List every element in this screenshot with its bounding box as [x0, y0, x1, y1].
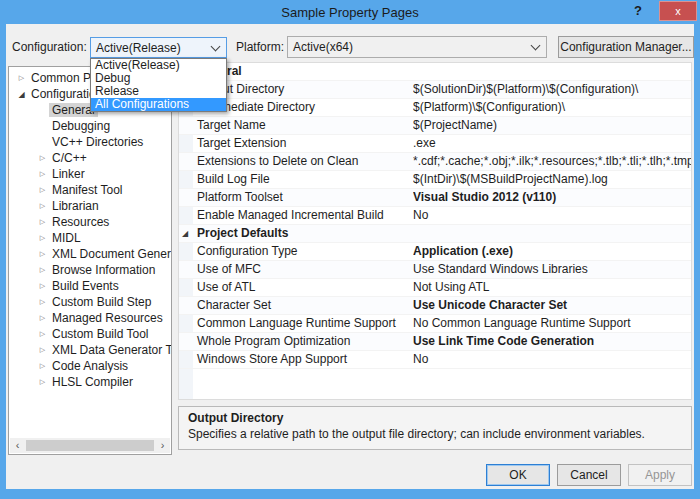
property-value[interactable]: No: [413, 207, 691, 224]
property-value[interactable]: No Common Language Runtime Support: [413, 315, 691, 332]
tree-expander-icon[interactable]: ▷: [36, 234, 49, 242]
tree-item[interactable]: ▷Code Analysis: [9, 358, 171, 374]
tree-item-label: Build Events: [49, 279, 122, 293]
platform-combobox[interactable]: Active(x64): [287, 36, 547, 58]
property-value[interactable]: $(ProjectName): [413, 117, 691, 134]
cancel-button[interactable]: Cancel: [557, 464, 621, 486]
tree-expander-icon[interactable]: ▷: [36, 282, 49, 290]
tree-expander-icon[interactable]: ▷: [36, 154, 49, 162]
tree-expander-icon[interactable]: ◢: [15, 90, 28, 99]
property-name: Configuration Type: [179, 243, 413, 260]
tree-item-label: Linker: [49, 167, 88, 181]
configuration-option[interactable]: Debug: [91, 72, 226, 85]
tree-item[interactable]: ▷Librarian: [9, 198, 171, 214]
grid-row: Enable Managed Incremental BuildNo: [179, 207, 691, 225]
tree-expander-icon[interactable]: ▷: [36, 362, 49, 370]
tree-item[interactable]: ▷MIDL: [9, 230, 171, 246]
scrollbar-thumb[interactable]: [26, 440, 154, 451]
tree-expander-icon[interactable]: ▷: [36, 266, 49, 274]
property-value[interactable]: Use Unicode Character Set: [413, 297, 691, 314]
property-value[interactable]: Use Link Time Code Generation: [413, 333, 691, 350]
property-value[interactable]: $(SolutionDir)$(Platform)\$(Configuratio…: [413, 81, 691, 98]
tree-item[interactable]: VC++ Directories: [9, 134, 171, 150]
tree-item[interactable]: ▷HLSL Compiler: [9, 374, 171, 390]
title-bar: Sample Property Pages ? x: [0, 0, 700, 24]
tree-item[interactable]: ▷Managed Resources: [9, 310, 171, 326]
grid-row: Common Language Runtime SupportNo Common…: [179, 315, 691, 333]
tree-expander-icon[interactable]: ▷: [36, 170, 49, 178]
property-value[interactable]: Visual Studio 2012 (v110): [413, 189, 691, 206]
close-button[interactable]: x: [659, 1, 697, 21]
tree-item-label: Debugging: [49, 119, 113, 133]
tree-item-label: VC++ Directories: [49, 135, 146, 149]
property-value[interactable]: Application (.exe): [413, 243, 691, 260]
scroll-left-icon[interactable]: ‹: [10, 438, 25, 453]
configuration-dropdown-list: Active(Release)DebugReleaseAll Configura…: [90, 58, 227, 112]
grid-rows: ◢GeneralOutput Directory$(SolutionDir)$(…: [179, 63, 691, 369]
tree-expander-icon[interactable]: ▷: [36, 330, 49, 338]
section-expander-icon[interactable]: ◢: [182, 225, 192, 242]
property-name: Windows Store App Support: [179, 351, 413, 368]
configuration-option[interactable]: Release: [91, 85, 226, 98]
property-value[interactable]: *.cdf;*.cache;*.obj;*.ilk;*.resources;*.…: [413, 153, 691, 170]
ok-button[interactable]: OK: [486, 464, 550, 486]
tree-item-label: Custom Build Tool: [49, 327, 152, 341]
property-value[interactable]: Not Using ATL: [413, 279, 691, 296]
property-value[interactable]: No: [413, 351, 691, 368]
grid-row: Extensions to Delete on Clean*.cdf;*.cac…: [179, 153, 691, 171]
tree-item[interactable]: ▷XML Data Generator Tool: [9, 342, 171, 358]
tree-item[interactable]: ▷Build Events: [9, 278, 171, 294]
tree-expander-icon[interactable]: ▷: [36, 250, 49, 258]
configuration-option[interactable]: All Configurations: [91, 98, 226, 111]
grid-row: Platform ToolsetVisual Studio 2012 (v110…: [179, 189, 691, 207]
scroll-right-icon[interactable]: ›: [155, 438, 170, 453]
tree-item-label: Manifest Tool: [49, 183, 125, 197]
grid-section-header[interactable]: ◢Project Defaults: [179, 225, 691, 243]
tree-item[interactable]: ▷Resources: [9, 214, 171, 230]
grid-section-header[interactable]: ◢General: [179, 63, 691, 81]
chevron-down-icon: [531, 41, 541, 51]
property-tree-panel: ▷Common Properties◢Configuration Propert…: [8, 66, 172, 455]
configuration-option[interactable]: Active(Release): [91, 59, 226, 72]
tree-expander-icon[interactable]: ▷: [36, 378, 49, 386]
configuration-combobox-value: Active(Release): [96, 41, 181, 55]
tree-expander-icon[interactable]: ▷: [15, 74, 28, 82]
configuration-combobox[interactable]: Active(Release): [90, 37, 227, 58]
property-name: Target Name: [179, 117, 413, 134]
tree-item[interactable]: ▷Custom Build Tool: [9, 326, 171, 342]
tree-expander-icon[interactable]: ▷: [36, 218, 49, 226]
property-value[interactable]: $(Platform)\$(Configuration)\: [413, 99, 691, 116]
tree-item[interactable]: ▷XML Document Generator: [9, 246, 171, 262]
tree-item-label: HLSL Compiler: [49, 375, 136, 389]
grid-row: Use of MFCUse Standard Windows Libraries: [179, 261, 691, 279]
grid-row: Configuration TypeApplication (.exe): [179, 243, 691, 261]
property-name: Character Set: [179, 297, 413, 314]
property-value[interactable]: Use Standard Windows Libraries: [413, 261, 691, 278]
tree-item[interactable]: ▷Custom Build Step: [9, 294, 171, 310]
platform-label: Platform:: [236, 37, 284, 58]
tree-expander-icon[interactable]: ▷: [36, 186, 49, 194]
tree-item[interactable]: ▷C/C++: [9, 150, 171, 166]
tree-expander-icon[interactable]: ▷: [36, 202, 49, 210]
apply-button[interactable]: Apply: [628, 464, 692, 486]
property-name: Extensions to Delete on Clean: [179, 153, 413, 170]
configuration-manager-button[interactable]: Configuration Manager...: [558, 36, 694, 58]
tree-item[interactable]: ▷Linker: [9, 166, 171, 182]
tree-item-label: Librarian: [49, 199, 102, 213]
grid-row: Windows Store App SupportNo: [179, 351, 691, 369]
tree-item[interactable]: Debugging: [9, 118, 171, 134]
tree-item[interactable]: ▷Browse Information: [9, 262, 171, 278]
help-button[interactable]: ?: [628, 1, 648, 21]
tree-horizontal-scrollbar[interactable]: ‹ ›: [10, 438, 170, 453]
property-value[interactable]: .exe: [413, 135, 691, 152]
description-title: Output Directory: [188, 411, 682, 425]
tree-item-label: Managed Resources: [49, 311, 166, 325]
tree-expander-icon[interactable]: ▷: [36, 346, 49, 354]
tree-expander-icon[interactable]: ▷: [36, 298, 49, 306]
tree-item-label: Browse Information: [49, 263, 158, 277]
tree-item[interactable]: ▷Manifest Tool: [9, 182, 171, 198]
grid-section-title: Project Defaults: [179, 225, 413, 242]
tree-expander-icon[interactable]: ▷: [36, 314, 49, 322]
property-value[interactable]: $(IntDir)\$(MSBuildProjectName).log: [413, 171, 691, 188]
property-name: Enable Managed Incremental Build: [179, 207, 413, 224]
